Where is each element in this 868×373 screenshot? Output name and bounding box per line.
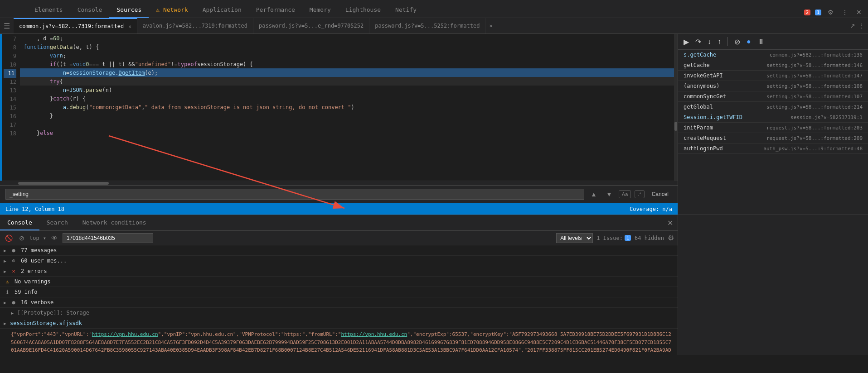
code-line-15[interactable]: a.debug("common:getData", " data from se…: [20, 103, 674, 111]
code-line-8[interactable]: function getData(e, t) {: [20, 43, 674, 51]
step-out-button[interactable]: ↑: [716, 36, 723, 48]
tab-lighthouse[interactable]: Lighthouse: [338, 3, 388, 18]
call-stack-file: setting.js?v=58...:formatted:107: [766, 94, 863, 100]
code-line-13[interactable]: n = JSON.parse(n): [20, 86, 674, 94]
call-stack-item-2[interactable]: invokeGetAPI setting.js?v=58...:formatte…: [678, 71, 868, 81]
long-data-text: {"vpnPort":"443","vpnURL":"https://vpn.h…: [11, 331, 671, 355]
call-stack-item-3[interactable]: (anonymous) setting.js?v=58...:formatted…: [678, 81, 868, 91]
h-scroll-thumb[interactable]: [18, 182, 109, 185]
call-stack-file: request.js?v=58...:formatted:209: [766, 135, 863, 141]
storage-key-text: sessionStorage.sfjssdk: [10, 320, 674, 326]
call-stack-item-5[interactable]: getGlobal setting.js?v=58...:formatted:2…: [678, 102, 868, 112]
clear-console-button[interactable]: 🚫: [4, 233, 14, 243]
storage-key-row[interactable]: ▶ sessionStorage.sfjssdk: [0, 318, 678, 329]
msg-text: No warnings: [15, 278, 674, 285]
code-line-18[interactable]: } else: [20, 129, 674, 137]
call-stack-item-6[interactable]: Session.i.getTWFID session.js?v=58253731…: [678, 112, 868, 123]
call-stack-fn: s.getCache: [684, 52, 716, 58]
tab-console[interactable]: Console: [70, 3, 110, 18]
prototype-row[interactable]: ▶ [[Prototype]]: Storage: [0, 308, 678, 318]
tab-netify[interactable]: Netify: [388, 3, 424, 18]
call-stack-item-0[interactable]: s.getCache common.js?=582...:formatted:1…: [678, 50, 868, 60]
tab-console-bottom[interactable]: Console: [0, 215, 39, 230]
console-settings-button[interactable]: ⚙: [668, 234, 674, 242]
more-tabs-button[interactable]: »: [485, 23, 496, 29]
call-stack-item-8[interactable]: createRequest request.js?v=58...:formatt…: [678, 133, 868, 143]
console-msg-0[interactable]: ▶ ● 77 messages: [0, 245, 678, 256]
call-stack-fn: authLoginPwd: [684, 145, 723, 152]
code-line-7[interactable]: , d = 60;: [20, 34, 674, 43]
step-over-button[interactable]: ↷: [693, 36, 703, 48]
tab-network-conditions-bottom[interactable]: Network conditions: [75, 215, 154, 230]
console-top-arrow: ▾: [43, 235, 46, 241]
file-tab-close[interactable]: ✕: [128, 24, 131, 29]
console-msg-3[interactable]: ⚠ No warnings: [0, 277, 678, 287]
call-stack-file: request.js?v=58...:formatted:203: [766, 125, 863, 131]
call-stack-file: session.js?v=582537319:1: [790, 115, 863, 120]
code-line-16[interactable]: }: [20, 111, 674, 120]
step-into-button[interactable]: ↓: [706, 36, 713, 48]
console-filter-toggle[interactable]: ⊘: [18, 233, 26, 243]
toggle-sidebar-button[interactable]: ☰: [0, 22, 14, 30]
right-panel: ▶ ↷ ↓ ↑ ⊘ ● ⏸ s.getCache common.js?=582.…: [678, 34, 868, 215]
search-up-button[interactable]: ▲: [588, 190, 600, 199]
console-msg-4[interactable]: ℹ 59 info: [0, 287, 678, 297]
close-devtools-button[interactable]: ✕: [854, 7, 863, 18]
pause-on-exceptions-button[interactable]: ⏸: [756, 36, 766, 48]
console-msg-1[interactable]: ▶ ⊕ 60 user mes...: [0, 256, 678, 266]
file-tabs-bar: ☰ common.js?v=582...7319:formatted ✕ ava…: [0, 18, 868, 34]
file-tab-avalon[interactable]: avalon.js?v=582...7319:formatted: [137, 18, 253, 34]
console-msg-5[interactable]: ▶ ● 16 verbose: [0, 297, 678, 308]
more-options-button[interactable]: ⋮: [840, 7, 850, 18]
console-right-controls: All levels Verbose Info Warnings Errors …: [556, 233, 674, 243]
code-line-10[interactable]: if ((t = void 0 === t || t) && "undefine…: [20, 60, 674, 68]
tab-sources[interactable]: Sources: [109, 3, 149, 18]
console-filter-input[interactable]: [63, 233, 153, 243]
code-line-9[interactable]: var n;: [20, 51, 674, 60]
deactivate-breakpoints-button[interactable]: ⊘: [732, 36, 742, 48]
breakpoints-button[interactable]: ●: [745, 36, 753, 48]
file-tab-password1[interactable]: password.js?v=5...e_rnd=97705252: [253, 18, 369, 34]
bottom-tab-bar: Console Search Network conditions ✕: [0, 215, 678, 231]
tab-performance[interactable]: Performance: [249, 3, 302, 18]
tab-memory[interactable]: Memory: [302, 3, 338, 18]
search-cancel-button[interactable]: Cancel: [648, 190, 672, 198]
tab-search-bottom[interactable]: Search: [39, 215, 75, 230]
call-stack-item-9[interactable]: authLoginPwd auth_psw.js?v=5...:9:format…: [678, 143, 868, 154]
call-stack-item-4[interactable]: commonSyncGet setting.js?v=58...:formatt…: [678, 91, 868, 102]
settings-button[interactable]: ⚙: [826, 7, 835, 18]
call-stack-fn: Session.i.getTWFID: [684, 114, 742, 120]
file-tab-common[interactable]: common.js?v=582...7319:formatted ✕: [14, 18, 137, 34]
search-bar: ▲ ▼ Aa .* Cancel: [0, 185, 678, 203]
code-line-12[interactable]: try {: [20, 77, 674, 86]
call-stack-file: auth_psw.js?v=5...:9:formatted:48: [763, 146, 863, 152]
search-input[interactable]: [5, 189, 584, 200]
call-stack-item-7[interactable]: initParam request.js?v=58...:formatted:2…: [678, 123, 868, 133]
code-line-17[interactable]: [20, 120, 674, 129]
more-actions-button[interactable]: ⋮: [858, 22, 864, 29]
file-tab-password2[interactable]: password.js?v=5...5252:formatted: [369, 18, 485, 34]
horizontal-scrollbar[interactable]: [0, 181, 678, 185]
open-file-button[interactable]: ↗: [850, 22, 855, 29]
case-sensitive-button[interactable]: Aa: [619, 190, 631, 198]
tab-application[interactable]: Application: [195, 3, 249, 18]
file-tab-label: avalon.js?v=582...7319:formatted: [143, 23, 247, 29]
tab-network[interactable]: ⚠ Network: [149, 3, 195, 18]
call-stack-fn: commonSyncGet: [684, 93, 726, 100]
call-stack-item-1[interactable]: getCache setting.js?v=58...:formatted:14…: [678, 60, 868, 71]
console-level-select[interactable]: All levels Verbose Info Warnings Errors: [556, 233, 593, 243]
resume-button[interactable]: ▶: [682, 36, 691, 48]
code-line-14[interactable]: } catch (r) {: [20, 94, 674, 103]
search-down-button[interactable]: ▼: [603, 190, 615, 199]
eye-button[interactable]: 👁: [50, 233, 59, 243]
long-data-row[interactable]: {"vpnPort":"443","vpnURL":"https://vpn.h…: [0, 329, 678, 355]
console-msg-2[interactable]: ▶ ✕ 2 errors: [0, 266, 678, 277]
code-line-11[interactable]: n = sessionStorage.DgetItem(e);: [20, 68, 674, 77]
tab-elements[interactable]: Elements: [27, 3, 70, 18]
console-messages[interactable]: ▶ ● 77 messages ▶ ⊕ 60 user mes... ▶ ✕ 2…: [0, 245, 678, 355]
close-bottom-panel-button[interactable]: ✕: [667, 219, 673, 227]
expand-icon: ▶: [4, 248, 6, 253]
msg-icon: ℹ: [4, 289, 11, 295]
toolbar-separator: [727, 37, 728, 46]
regex-button[interactable]: .*: [635, 190, 644, 198]
